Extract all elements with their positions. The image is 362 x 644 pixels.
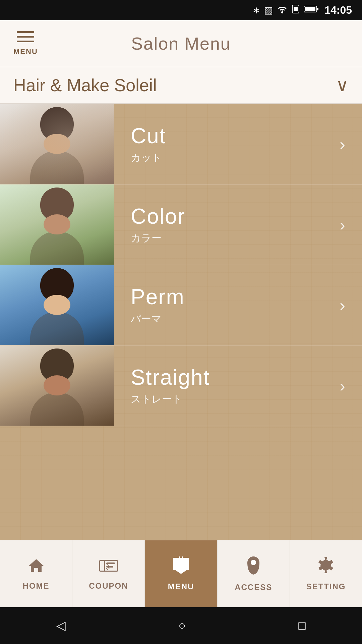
access-nav-icon	[246, 556, 261, 579]
straight-text: Straight ストレート	[131, 365, 210, 406]
status-time: 14:05	[324, 4, 352, 16]
straight-title-ja: ストレート	[131, 392, 210, 406]
color-title-ja: カラー	[131, 231, 185, 245]
setting-nav-label: SETTING	[306, 582, 346, 591]
svg-line-10	[106, 568, 108, 570]
color-content[interactable]: Color カラー ›	[114, 184, 362, 265]
salon-selector[interactable]: Hair & Make Soleil ∨	[0, 67, 362, 104]
nav-item-access[interactable]: ACCESS	[218, 540, 290, 607]
home-nav-icon	[27, 557, 45, 577]
svg-point-22	[251, 560, 256, 565]
sim-icon	[292, 4, 300, 16]
status-bar: ∗ ▨ 14:05	[0, 0, 362, 20]
straight-image	[0, 345, 114, 426]
straight-content[interactable]: Straight ストレート ›	[114, 345, 362, 426]
menu-item-color[interactable]: Color カラー ›	[0, 184, 362, 265]
svg-rect-15	[175, 560, 187, 561]
svg-rect-19	[179, 556, 180, 558]
cut-title-en: Cut	[131, 123, 166, 148]
svg-rect-16	[175, 562, 187, 564]
svg-rect-2	[294, 7, 298, 11]
color-image	[0, 184, 114, 265]
svg-rect-5	[317, 8, 318, 10]
menu-item-cut[interactable]: Cut カット ›	[0, 104, 362, 184]
back-button[interactable]: ◁	[56, 619, 66, 633]
color-title-en: Color	[131, 204, 185, 229]
menu-nav-label: MENU	[168, 582, 194, 591]
coupon-nav-label: COUPON	[89, 581, 128, 591]
battery-icon	[304, 5, 319, 15]
svg-rect-12	[107, 566, 113, 568]
svg-rect-20	[182, 556, 183, 558]
home-nav-label: HOME	[23, 581, 50, 591]
color-text: Color カラー	[131, 204, 185, 245]
hamburger-menu-button[interactable]: MENU	[13, 31, 38, 56]
bluetooth-icon: ∗	[252, 5, 260, 16]
menu-item-perm[interactable]: Perm パーマ ›	[0, 265, 362, 345]
setting-nav-icon	[317, 556, 335, 578]
straight-title-en: Straight	[131, 365, 210, 390]
perm-image	[0, 265, 114, 345]
home-button[interactable]: ○	[178, 619, 186, 633]
menu-button-label: MENU	[13, 47, 38, 56]
wifi-icon	[277, 4, 288, 16]
nav-item-home[interactable]: HOME	[0, 540, 72, 607]
svg-point-0	[281, 11, 283, 13]
cut-text: Cut カット	[131, 123, 166, 165]
coupon-nav-icon	[99, 557, 119, 577]
svg-rect-4	[305, 7, 315, 11]
perm-title-ja: パーマ	[131, 312, 185, 326]
straight-arrow-icon: ›	[340, 376, 345, 395]
status-icons: ∗ ▨	[252, 4, 319, 16]
perm-title-en: Perm	[131, 284, 185, 309]
chevron-down-icon: ∨	[336, 75, 349, 95]
salon-name: Hair & Make Soleil	[13, 75, 157, 95]
cut-arrow-icon: ›	[340, 135, 345, 154]
perm-content[interactable]: Perm パーマ ›	[114, 265, 362, 345]
perm-text: Perm パーマ	[131, 284, 185, 326]
perm-arrow-icon: ›	[340, 296, 345, 315]
color-arrow-icon: ›	[340, 215, 345, 234]
nav-item-setting[interactable]: SETTING	[290, 540, 362, 607]
cut-image	[0, 104, 114, 184]
nav-item-menu[interactable]: MENU	[145, 540, 217, 607]
recent-button[interactable]: □	[298, 619, 306, 633]
cut-title-ja: カット	[131, 151, 166, 165]
menu-nav-icon	[172, 556, 190, 578]
app-header: MENU Salon Menu	[0, 20, 362, 67]
bottom-navigation: HOME COUPON	[0, 540, 362, 607]
page-title: Salon Menu	[131, 34, 231, 54]
cut-content[interactable]: Cut カット ›	[114, 104, 362, 184]
menu-item-straight[interactable]: Straight ストレート ›	[0, 345, 362, 426]
svg-rect-11	[107, 562, 115, 564]
svg-marker-18	[175, 570, 187, 574]
svg-rect-17	[175, 565, 187, 566]
android-navigation-bar: ◁ ○ □	[0, 607, 362, 644]
access-nav-label: ACCESS	[235, 583, 272, 592]
nav-item-coupon[interactable]: COUPON	[72, 540, 145, 607]
menu-list: Cut カット › Color カラー	[0, 104, 362, 540]
vibrate-icon: ▨	[264, 5, 273, 16]
